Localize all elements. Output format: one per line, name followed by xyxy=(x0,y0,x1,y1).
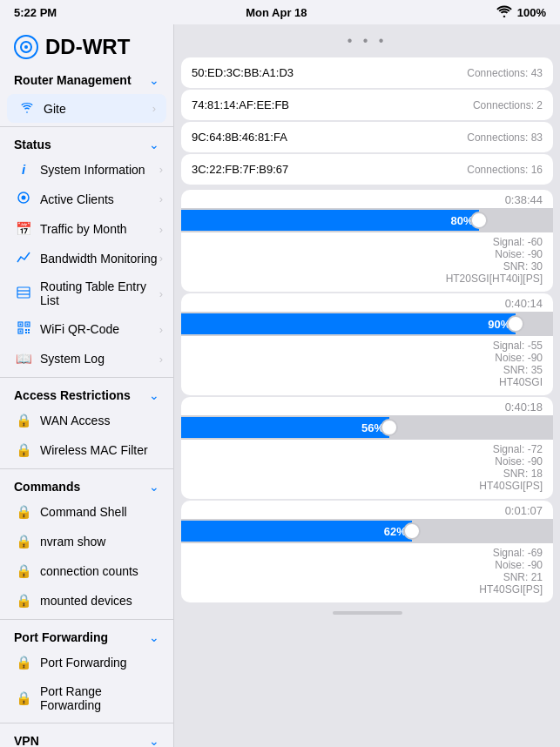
chevron-wifi-qr: › xyxy=(159,323,163,336)
progress-handle xyxy=(470,212,488,229)
chevron-gite: › xyxy=(152,102,156,115)
divider-4 xyxy=(0,619,173,620)
sidebar-item-wireless-mac[interactable]: 🔒 Wireless MAC Filter xyxy=(0,435,173,465)
section-vpn[interactable]: VPN ⌄ xyxy=(0,727,173,747)
sidebar-item-traffic-month[interactable]: 📅 Traffic by Month › xyxy=(0,214,173,244)
chevron-port: ⌄ xyxy=(149,630,159,644)
bandwidth-label: Bandwidth Monitoring xyxy=(40,252,159,266)
ht-value: HT20SGI[HT40i][PS] xyxy=(192,273,543,285)
qr-icon xyxy=(14,321,33,337)
lock-icon-nvram: 🔒 xyxy=(14,534,33,549)
gite-label: Gite xyxy=(44,102,152,116)
ht-value: HT40SGI[PS] xyxy=(192,480,543,492)
signal-details: Signal: -60 Noise: -90 SNR: 30 HT20SGI[H… xyxy=(181,232,553,292)
wireless-mac-label: Wireless MAC Filter xyxy=(40,443,163,457)
section-label-commands: Commands xyxy=(14,480,80,494)
sidebar-item-command-shell[interactable]: 🔒 Command Shell xyxy=(0,497,173,527)
divider-5 xyxy=(0,723,173,723)
noise-value: Noise: -90 xyxy=(192,559,543,571)
divider-3 xyxy=(0,468,173,469)
signal-details: Signal: -69 Noise: -90 SNR: 21 HT40SGI[P… xyxy=(181,543,553,602)
client-mac: 9C:64:8B:46:81:FA xyxy=(192,131,287,144)
noise-value: Noise: -90 xyxy=(192,352,543,364)
client-row: 50:ED:3C:BB:A1:D3 Connections: 43 xyxy=(192,64,543,81)
progress-container: 62% xyxy=(181,519,553,543)
progress-handle xyxy=(381,419,398,436)
svg-rect-4 xyxy=(17,287,30,298)
progress-bar: 56% xyxy=(181,417,389,438)
snr-value: SNR: 18 xyxy=(192,468,543,480)
system-log-label: System Log xyxy=(40,352,159,366)
chevron-commands: ⌄ xyxy=(149,480,159,494)
lock-icon-wireless-mac: 🔒 xyxy=(14,442,33,458)
svg-rect-14 xyxy=(28,329,30,331)
dd-wrt-icon xyxy=(14,35,38,59)
main-content: • • • 50:ED:3C:BB:A1:D3 Connections: 43 … xyxy=(174,24,560,747)
sidebar-item-gite[interactable]: Gite › xyxy=(7,94,166,123)
port-forwarding-label: Port Forwarding xyxy=(40,656,163,670)
sidebar-item-system-log[interactable]: 📖 System Log › xyxy=(0,344,173,374)
chevron-bandwidth: › xyxy=(159,252,163,265)
section-label-router-management: Router Management xyxy=(14,73,132,87)
sidebar-item-nvram[interactable]: 🔒 nvram show xyxy=(0,527,173,556)
section-access-restrictions[interactable]: Access Restrictions ⌄ xyxy=(0,381,173,406)
signal-value: Signal: -60 xyxy=(192,236,543,248)
section-status[interactable]: Status ⌄ xyxy=(0,131,173,155)
svg-rect-16 xyxy=(28,332,30,333)
sidebar-header: DD-WRT xyxy=(0,24,173,66)
top-dots: • • • xyxy=(181,31,553,54)
sidebar: DD-WRT Router Management ⌄ Gite › Status… xyxy=(0,24,174,747)
sidebar-item-connection-counts[interactable]: 🔒 connection counts xyxy=(0,556,173,586)
lock-icon-port: 🔒 xyxy=(14,655,33,670)
client-mac: 3C:22:FB:7F:B9:67 xyxy=(192,163,288,176)
traffic-month-label: Traffic by Month xyxy=(40,222,159,236)
svg-rect-11 xyxy=(26,324,28,326)
svg-point-3 xyxy=(22,196,26,200)
progress-handle xyxy=(403,522,421,540)
status-bar: 5:22 PM Mon Apr 18 100% xyxy=(0,0,560,24)
sidebar-item-port-forwarding[interactable]: 🔒 Port Forwarding xyxy=(0,648,173,677)
chevron-routing-table: › xyxy=(159,287,163,300)
sidebar-item-wan-access[interactable]: 🔒 WAN Access xyxy=(0,406,173,435)
lock-icon-mounted: 🔒 xyxy=(14,593,33,609)
client-group: 50:ED:3C:BB:A1:D3 Connections: 43 xyxy=(181,57,553,88)
wifi-icon-gite xyxy=(17,101,37,116)
snr-value: SNR: 21 xyxy=(192,571,543,583)
client-connections: Connections: 2 xyxy=(473,99,543,111)
status-time: 5:22 PM xyxy=(14,6,57,19)
scroll-indicator xyxy=(333,611,402,615)
client-group: 74:81:14:AF:EE:FB Connections: 2 xyxy=(181,90,553,120)
sidebar-item-wifi-qr[interactable]: WiFi QR-Code › xyxy=(0,314,173,344)
sidebar-item-routing-table[interactable]: Routing Table Entry List › xyxy=(0,273,173,314)
section-commands[interactable]: Commands ⌄ xyxy=(0,473,173,497)
chevron-system-log: › xyxy=(159,353,163,366)
sidebar-item-bandwidth[interactable]: Bandwidth Monitoring › xyxy=(0,244,173,273)
sidebar-item-system-information[interactable]: i System Information › xyxy=(0,155,173,184)
signal-value: Signal: -72 xyxy=(192,443,543,455)
section-label-vpn: VPN xyxy=(14,734,39,747)
section-port-forwarding[interactable]: Port Forwarding ⌄ xyxy=(0,623,173,648)
sidebar-item-port-range[interactable]: 🔒 Port Range Forwarding xyxy=(0,677,173,719)
svg-rect-10 xyxy=(19,324,21,326)
signal-time: 0:38:44 xyxy=(181,190,553,208)
progress-handle xyxy=(507,315,524,333)
signal-time: 0:40:14 xyxy=(181,293,553,312)
divider-1 xyxy=(0,126,173,127)
nvram-label: nvram show xyxy=(40,535,163,548)
noise-value: Noise: -90 xyxy=(192,455,543,468)
section-router-management[interactable]: Router Management ⌄ xyxy=(0,66,173,91)
section-label-port: Port Forwarding xyxy=(14,630,108,644)
client-group: 9C:64:8B:46:81:FA Connections: 83 xyxy=(181,122,553,152)
lock-icon-connections: 🔒 xyxy=(14,563,33,579)
signal-details: Signal: -72 Noise: -90 SNR: 18 HT40SGI[P… xyxy=(181,440,553,499)
client-groups: 50:ED:3C:BB:A1:D3 Connections: 43 74:81:… xyxy=(181,57,553,186)
signal-value: Signal: -69 xyxy=(192,547,543,559)
svg-rect-12 xyxy=(19,331,21,333)
signal-group: 0:40:14 90% Signal: -55 Noise: -90 SNR: … xyxy=(181,293,553,395)
chevron-system-info: › xyxy=(159,163,163,176)
sidebar-item-mounted-devices[interactable]: 🔒 mounted devices xyxy=(0,586,173,616)
client-connections: Connections: 16 xyxy=(467,164,543,176)
signal-time: 0:40:18 xyxy=(181,397,553,415)
sidebar-item-active-clients[interactable]: Active Clients › xyxy=(0,184,173,214)
sidebar-logo: DD-WRT xyxy=(14,35,159,59)
